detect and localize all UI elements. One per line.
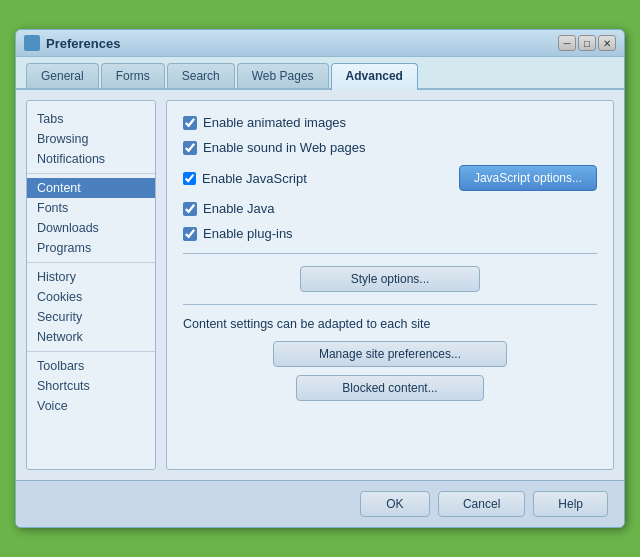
tab-general[interactable]: General	[26, 63, 99, 88]
maximize-button[interactable]: □	[578, 35, 596, 51]
tab-forms[interactable]: Forms	[101, 63, 165, 88]
sidebar-item-toolbars[interactable]: Toolbars	[27, 356, 155, 376]
window-title: Preferences	[46, 36, 120, 51]
sidebar-item-tabs[interactable]: Tabs	[27, 109, 155, 129]
sidebar-item-security[interactable]: Security	[27, 307, 155, 327]
checkbox-row-javascript: Enable JavaScript JavaScript options...	[183, 165, 597, 191]
checkbox-plugins[interactable]	[183, 227, 197, 241]
title-bar-left: Preferences	[24, 35, 120, 51]
window-icon	[24, 35, 40, 51]
title-bar-controls: ─ □ ✕	[558, 35, 616, 51]
sidebar-item-voice[interactable]: Voice	[27, 396, 155, 416]
blocked-content-container: Blocked content...	[183, 375, 597, 401]
tabs-bar: General Forms Search Web Pages Advanced	[16, 57, 624, 90]
title-bar: Preferences ─ □ ✕	[16, 30, 624, 57]
bottom-bar: OK Cancel Help	[16, 480, 624, 527]
checkbox-sound[interactable]	[183, 141, 197, 155]
help-button[interactable]: Help	[533, 491, 608, 517]
sidebar-item-downloads[interactable]: Downloads	[27, 218, 155, 238]
checkbox-java[interactable]	[183, 202, 197, 216]
manage-site-container: Manage site preferences...	[183, 341, 597, 367]
content-settings-text: Content settings can be adapted to each …	[183, 317, 597, 331]
sidebar-group-3: History Cookies Security Network	[27, 263, 155, 352]
separator-1	[183, 253, 597, 254]
tab-search[interactable]: Search	[167, 63, 235, 88]
style-options-container: Style options...	[183, 266, 597, 292]
sidebar: Tabs Browsing Notifications Content Font…	[26, 100, 156, 470]
checkbox-sound-label: Enable sound in Web pages	[203, 140, 365, 155]
checkbox-row-sound: Enable sound in Web pages	[183, 140, 597, 155]
close-button[interactable]: ✕	[598, 35, 616, 51]
blocked-content-button[interactable]: Blocked content...	[296, 375, 483, 401]
sidebar-group-1: Tabs Browsing Notifications	[27, 105, 155, 174]
ok-button[interactable]: OK	[360, 491, 430, 517]
content-area: Tabs Browsing Notifications Content Font…	[16, 90, 624, 480]
preferences-window: Preferences ─ □ ✕ General Forms Search W…	[15, 29, 625, 528]
sidebar-item-history[interactable]: History	[27, 267, 155, 287]
sidebar-item-notifications[interactable]: Notifications	[27, 149, 155, 169]
checkbox-animated-images[interactable]	[183, 116, 197, 130]
checkbox-javascript-label: Enable JavaScript	[202, 171, 307, 186]
checkbox-row-plugins: Enable plug-ins	[183, 226, 597, 241]
checkbox-java-label: Enable Java	[203, 201, 275, 216]
checkbox-animated-images-label: Enable animated images	[203, 115, 346, 130]
separator-2	[183, 304, 597, 305]
checkbox-javascript[interactable]	[183, 172, 196, 185]
minimize-button[interactable]: ─	[558, 35, 576, 51]
sidebar-group-2: Content Fonts Downloads Programs	[27, 174, 155, 263]
sidebar-group-4: Toolbars Shortcuts Voice	[27, 352, 155, 420]
checkbox-row-java: Enable Java	[183, 201, 597, 216]
sidebar-item-cookies[interactable]: Cookies	[27, 287, 155, 307]
sidebar-item-content[interactable]: Content	[27, 178, 155, 198]
manage-site-button[interactable]: Manage site preferences...	[273, 341, 507, 367]
checkbox-plugins-label: Enable plug-ins	[203, 226, 293, 241]
checkbox-javascript-left: Enable JavaScript	[183, 171, 307, 186]
sidebar-item-shortcuts[interactable]: Shortcuts	[27, 376, 155, 396]
tab-advanced[interactable]: Advanced	[331, 63, 418, 90]
sidebar-item-network[interactable]: Network	[27, 327, 155, 347]
javascript-options-button[interactable]: JavaScript options...	[459, 165, 597, 191]
style-options-button[interactable]: Style options...	[300, 266, 481, 292]
checkbox-row-animated: Enable animated images	[183, 115, 597, 130]
sidebar-item-browsing[interactable]: Browsing	[27, 129, 155, 149]
cancel-button[interactable]: Cancel	[438, 491, 525, 517]
sidebar-item-fonts[interactable]: Fonts	[27, 198, 155, 218]
tab-web-pages[interactable]: Web Pages	[237, 63, 329, 88]
main-panel: Enable animated images Enable sound in W…	[166, 100, 614, 470]
sidebar-item-programs[interactable]: Programs	[27, 238, 155, 258]
